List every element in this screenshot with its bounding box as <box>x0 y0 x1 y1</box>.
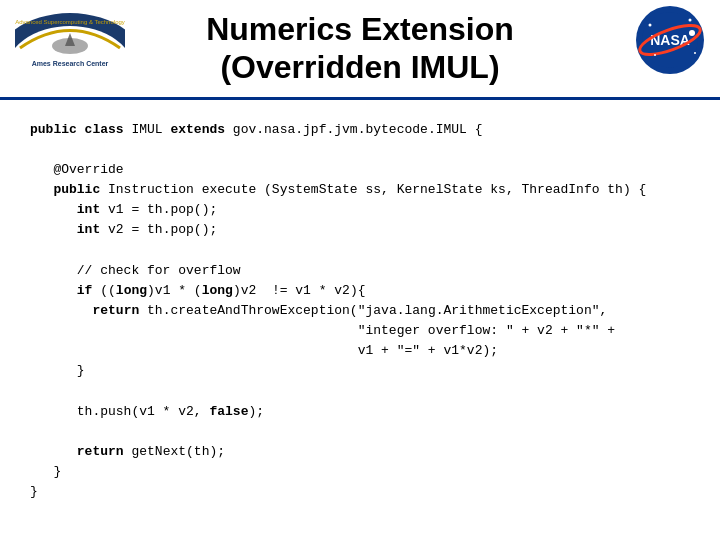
code-line-18: } <box>30 462 690 482</box>
svg-point-12 <box>689 19 692 22</box>
code-line-11: "integer overflow: " + v2 + "*" + <box>30 321 690 341</box>
code-line-5: int v1 = th.pop(); <box>30 200 690 220</box>
code-line-6: int v2 = th.pop(); <box>30 220 690 240</box>
code-line-17: return getNext(th); <box>30 442 690 462</box>
svg-point-14 <box>694 52 696 54</box>
code-line-8: // check for overflow <box>30 261 690 281</box>
code-line-16 <box>30 422 690 442</box>
code-line-19: } <box>30 482 690 502</box>
code-line-14 <box>30 382 690 402</box>
page-title: Numerics Extension (Overridden IMUL) <box>206 10 514 87</box>
code-line-2 <box>30 140 690 160</box>
code-line-7 <box>30 241 690 261</box>
code-line-9: if ((long)v1 * (long)v2 != v1 * v2){ <box>30 281 690 301</box>
svg-point-13 <box>654 54 656 56</box>
page-wrapper: Ames Research Center Advanced Supercompu… <box>0 0 720 522</box>
svg-text:Ames Research Center: Ames Research Center <box>32 60 109 67</box>
svg-point-15 <box>689 30 695 36</box>
code-line-12: v1 + "=" + v1*v2); <box>30 341 690 361</box>
svg-point-11 <box>649 24 652 27</box>
code-line-13: } <box>30 361 690 381</box>
ames-logo: Ames Research Center Advanced Supercompu… <box>10 5 130 75</box>
code-line-3: @Override <box>30 160 690 180</box>
nasa-logo: NASA <box>630 5 710 75</box>
code-line-1: public class IMUL extends gov.nasa.jpf.j… <box>30 120 690 140</box>
code-line-15: th.push(v1 * v2, false); <box>30 402 690 422</box>
code-block: public class IMUL extends gov.nasa.jpf.j… <box>0 100 720 523</box>
svg-text:Advanced Supercomputing & Tech: Advanced Supercomputing & Technology <box>15 19 125 25</box>
header: Ames Research Center Advanced Supercompu… <box>0 0 720 97</box>
code-line-4: public Instruction execute (SystemState … <box>30 180 690 200</box>
code-line-10: return th.createAndThrowException("java.… <box>30 301 690 321</box>
